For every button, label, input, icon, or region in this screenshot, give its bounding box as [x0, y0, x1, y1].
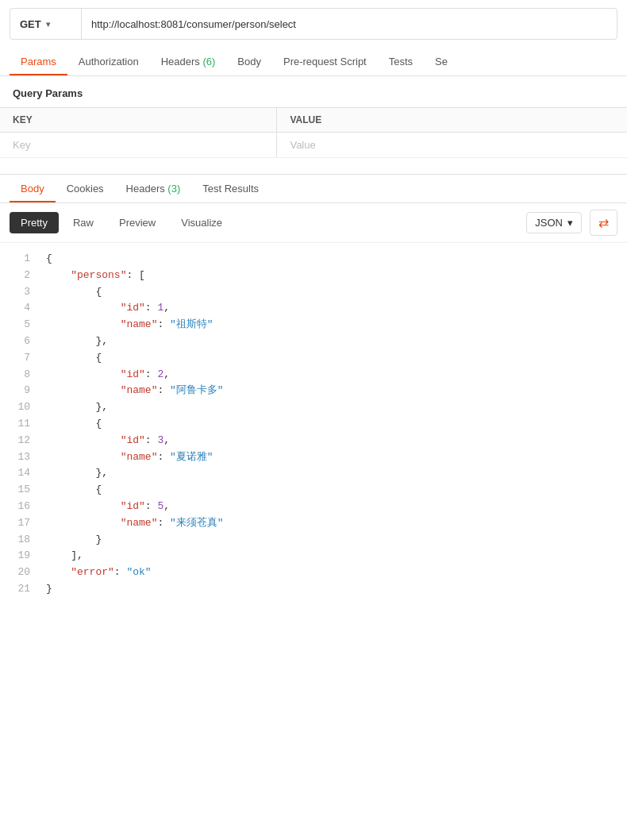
wrap-button[interactable]: ⇄: [590, 210, 617, 236]
format-raw-button[interactable]: Raw: [62, 212, 105, 233]
line-19: ],: [46, 548, 621, 564]
format-visualize-button[interactable]: Visualize: [170, 212, 233, 233]
json-format-label: JSON: [535, 217, 563, 229]
response-headers-badge: (3): [167, 183, 180, 195]
tab-headers[interactable]: Headers (6): [150, 48, 227, 75]
format-pretty-button[interactable]: Pretty: [10, 212, 59, 233]
response-tab-bar: Body Cookies Headers (3) Test Results: [0, 175, 627, 203]
key-placeholder-cell[interactable]: Key: [0, 133, 277, 158]
line-12: "id": 3,: [46, 433, 621, 449]
json-format-selector[interactable]: JSON ▾: [526, 212, 582, 233]
line-11: {: [46, 416, 621, 433]
code-content: { "persons": [ { "id": 1, "name": "祖斯特" …: [40, 251, 627, 598]
line-16: "id": 5,: [46, 499, 621, 515]
response-tab-body[interactable]: Body: [10, 175, 56, 202]
response-tab-cookies[interactable]: Cookies: [56, 175, 115, 202]
line-15: {: [46, 482, 621, 499]
wrap-icon: ⇄: [598, 215, 609, 230]
tab-pre-request-script[interactable]: Pre-request Script: [272, 48, 378, 75]
method-selector[interactable]: GET ▾: [10, 9, 82, 39]
line-6: },: [46, 333, 621, 350]
tab-params[interactable]: Params: [10, 48, 67, 75]
line-10: },: [46, 399, 621, 416]
value-placeholder-cell[interactable]: Value: [277, 133, 627, 158]
tab-body[interactable]: Body: [226, 48, 272, 75]
headers-badge: (6): [202, 56, 215, 67]
tab-se[interactable]: Se: [424, 48, 459, 75]
query-params-title: Query Params: [0, 76, 627, 107]
line-4: "id": 1,: [46, 300, 621, 317]
line-2: "persons": [: [46, 268, 621, 284]
col-key: KEY: [0, 108, 277, 133]
line-9: "name": "阿鲁卡多": [46, 383, 621, 399]
query-params-section: Query Params KEY VALUE Key Value: [0, 76, 627, 158]
response-tab-headers[interactable]: Headers (3): [115, 175, 192, 202]
params-empty-row: Key Value: [0, 133, 627, 158]
response-tab-test-results[interactable]: Test Results: [191, 175, 270, 202]
line-1: {: [46, 251, 621, 268]
line-5: "name": "祖斯特": [46, 317, 621, 333]
line-7: {: [46, 350, 621, 367]
line-20: "error": "ok": [46, 564, 621, 581]
col-value: VALUE: [277, 108, 627, 133]
request-tab-bar: Params Authorization Headers (6) Body Pr…: [0, 48, 627, 76]
response-section: Body Cookies Headers (3) Test Results Pr…: [0, 174, 627, 606]
json-chevron-icon: ▾: [567, 217, 573, 229]
code-area: 12345 678910 1112131415 1617181920 21 { …: [0, 243, 627, 606]
tab-tests[interactable]: Tests: [378, 48, 424, 75]
line-17: "name": "来须苍真": [46, 515, 621, 532]
format-bar: Pretty Raw Preview Visualize JSON ▾ ⇄: [0, 203, 627, 243]
url-bar: GET ▾: [10, 8, 617, 40]
tab-authorization[interactable]: Authorization: [67, 48, 150, 75]
line-14: },: [46, 465, 621, 482]
line-13: "name": "夏诺雅": [46, 449, 621, 466]
url-input[interactable]: [82, 18, 617, 30]
format-preview-button[interactable]: Preview: [108, 212, 167, 233]
params-table: KEY VALUE Key Value: [0, 107, 627, 158]
line-3: {: [46, 284, 621, 301]
line-18: }: [46, 532, 621, 549]
line-8: "id": 2,: [46, 367, 621, 383]
line-21: }: [46, 581, 621, 598]
method-label: GET: [20, 18, 41, 30]
method-chevron-icon: ▾: [46, 20, 50, 29]
line-numbers: 12345 678910 1112131415 1617181920 21: [0, 251, 40, 598]
